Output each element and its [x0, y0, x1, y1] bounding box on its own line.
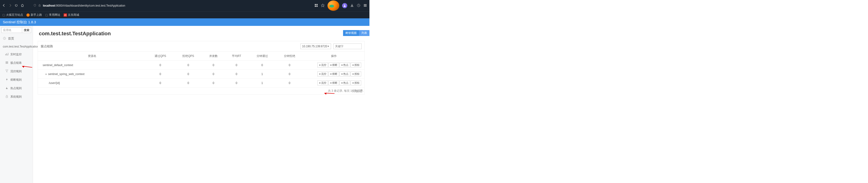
resource-name: sentinel_spring_web_context [48, 72, 85, 76]
list-icon [5, 61, 8, 65]
forward-icon[interactable] [8, 4, 12, 8]
add-flow-button[interactable]: +流控 [317, 80, 328, 85]
save-page-icon[interactable] [350, 3, 354, 8]
cell-rt: 0 [224, 79, 248, 87]
cell-blockMin: 0 [276, 70, 303, 79]
add-hotspot-button[interactable]: +热点 [340, 63, 350, 68]
cell-passMin: 0 [248, 61, 276, 70]
cell-blockQps: 0 [174, 70, 203, 79]
app-search-input[interactable] [1, 27, 22, 33]
ip-select[interactable]: 10.190.75.139:8720 ▼ [301, 43, 331, 49]
reader-icon[interactable] [314, 3, 318, 8]
svg-rect-14 [6, 63, 8, 64]
resource-table: 资源名 通过QPS 拒绝QPS 并发数 平均RT 分钟通过 分钟拒绝 操作 se… [38, 51, 365, 87]
resource-name: sentinel_default_context [43, 64, 73, 67]
svg-rect-3 [316, 4, 318, 5]
keyword-input[interactable] [333, 43, 362, 49]
add-auth-button[interactable]: +授权 [350, 72, 361, 76]
svg-rect-12 [6, 61, 8, 62]
nav-degrade[interactable]: 熔断规则 [0, 75, 33, 84]
svg-point-6 [344, 5, 345, 6]
svg-rect-1 [39, 5, 40, 6]
menu-icon[interactable] [363, 3, 367, 8]
resource-name: /user/{id} [49, 81, 60, 85]
nav-app[interactable]: com.test.test.TestApplication (1/1)﹀ [0, 43, 33, 50]
history-icon[interactable] [357, 3, 361, 8]
nav-system-label: 系统规则 [10, 95, 22, 99]
tree-toggle-icon[interactable]: ▼ [45, 73, 47, 75]
cell-thread: 0 [203, 70, 225, 79]
cell-ops: +流控+熔断+热点+授权 [303, 79, 365, 87]
home-icon[interactable] [21, 4, 24, 8]
add-hotspot-button[interactable]: +热点 [340, 72, 350, 76]
add-degrade-button[interactable]: +熔断 [329, 80, 339, 85]
add-auth-button[interactable]: +授权 [350, 80, 361, 85]
add-degrade-button[interactable]: +熔断 [329, 63, 339, 68]
address-bar[interactable]: localhost:9000/#/dashboard/identity/com.… [43, 4, 125, 7]
nav-hotspot-label: 热点规则 [10, 86, 22, 90]
app-title: Sentinel 控制台 1.8.3 [3, 20, 36, 25]
col-passmin: 分钟通过 [248, 52, 276, 61]
view-tree-button[interactable]: 树状视图 [343, 30, 359, 36]
table-footer: 共 3 条记录, 每页 16 条记录. [38, 87, 365, 94]
chart-icon [5, 52, 8, 57]
back-icon[interactable] [2, 4, 6, 8]
cell-ops: +流控+熔断+热点+授权 [303, 61, 365, 70]
app-search-button[interactable]: 搜索 [22, 27, 31, 33]
add-flow-button[interactable]: +流控 [317, 72, 328, 76]
cell-resource: /user/{id} [38, 79, 146, 87]
cell-rt: 0 [224, 61, 248, 70]
cell-thread: 0 [203, 79, 225, 87]
nav-realtime[interactable]: 实时监控 [0, 50, 33, 59]
svg-rect-2 [315, 4, 316, 5]
table-row: ▼sentinel_spring_web_context000010+流控+熔断… [38, 70, 365, 79]
add-flow-button[interactable]: +流控 [317, 63, 328, 68]
bookmark-fox-official[interactable]: 火狐官方站点 [2, 13, 23, 17]
cell-passQps: 0 [146, 79, 174, 87]
cell-blockMin: 0 [276, 79, 303, 87]
account-icon[interactable] [342, 3, 347, 8]
nav-home[interactable]: 首页 [0, 34, 33, 43]
reload-icon[interactable] [14, 4, 18, 8]
cell-passQps: 0 [146, 70, 174, 79]
cell-rt: 0 [224, 70, 248, 79]
ip-selected-value: 10.190.75.139:8720 [302, 45, 327, 48]
col-rt: 平均RT [224, 52, 248, 61]
cluster-panel: 簇点链路 10.190.75.139:8720 ▼ 资源名 通过QPS 拒绝QP… [38, 41, 365, 95]
add-hotspot-button[interactable]: +热点 [340, 80, 350, 85]
page-title: com.test.test.TestApplication [39, 31, 365, 37]
cell-blockQps: 0 [174, 61, 203, 70]
svg-rect-5 [316, 6, 318, 7]
bookmark-common[interactable]: 常用网址 [45, 13, 60, 17]
col-ops: 操作 [303, 52, 365, 61]
svg-rect-4 [315, 6, 316, 7]
nav-cluster-label: 簇点链路 [10, 61, 22, 65]
bookmark-jd[interactable]: JD京东商城 [64, 13, 79, 17]
svg-rect-15 [6, 96, 8, 98]
bookmark-star-icon[interactable] [321, 3, 325, 8]
nav-degrade-label: 熔断规则 [10, 78, 22, 82]
app-header: Sentinel 控制台 1.8.3 [0, 19, 369, 26]
svg-rect-13 [6, 62, 8, 63]
watermark: 开发吧 [352, 89, 362, 94]
view-toggle: 树状视图 列表 [343, 30, 369, 36]
panel-title: 簇点链路 [41, 44, 53, 48]
nav-hotspot[interactable]: 热点规则 [0, 84, 33, 93]
view-list-button[interactable]: 列表 [359, 30, 369, 36]
bookmark-newbie[interactable]: 新手上路 [26, 13, 42, 17]
home-nav-icon [3, 37, 6, 41]
nav-realtime-label: 实时监控 [10, 52, 22, 57]
add-degrade-button[interactable]: +熔断 [329, 72, 339, 76]
fire-icon [5, 86, 8, 90]
add-auth-button[interactable]: +授权 [350, 63, 361, 68]
cell-blockQps: 0 [174, 79, 203, 87]
cell-passMin: 1 [248, 79, 276, 87]
bolt-icon [5, 78, 8, 82]
col-resource: 资源名 [38, 52, 146, 61]
nav-system[interactable]: 系统规则 [0, 93, 33, 101]
cell-resource: sentinel_default_context [38, 61, 146, 70]
lock-icon[interactable] [38, 4, 41, 7]
col-blockqps: 拒绝QPS [174, 52, 203, 61]
table-row: /user/{id}000010+流控+熔断+热点+授权 [38, 79, 365, 87]
shield-icon[interactable] [33, 4, 36, 7]
